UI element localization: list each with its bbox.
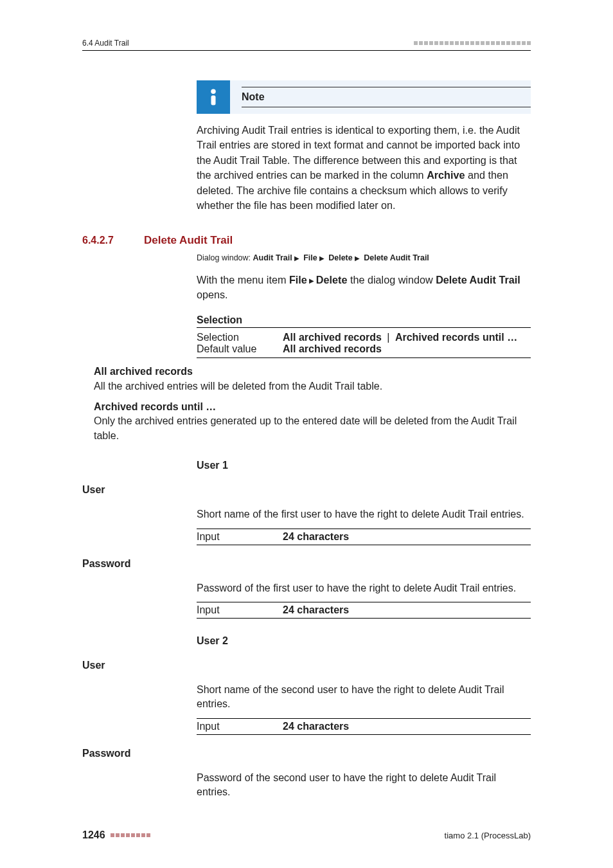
user1-user-desc: Short name of the first user to have the… — [197, 507, 531, 521]
user1-heading: User 1 — [197, 460, 531, 471]
user1-pw-label: Password — [82, 558, 531, 570]
input-val: 24 characters — [283, 531, 349, 543]
user1-user-label: User — [82, 484, 531, 496]
user1-user-input-row: Input 24 characters — [197, 529, 531, 545]
input-key: Input — [197, 721, 283, 732]
selection-key-1: Default value — [197, 343, 283, 355]
page-header: 6.4 Audit Trail — [82, 39, 531, 51]
def-term-1: Archived records until … — [94, 400, 531, 414]
input-val: 24 characters — [283, 721, 349, 732]
user2-user-input-row: Input 24 characters — [197, 718, 531, 735]
input-key: Input — [197, 604, 283, 616]
svg-rect-1 — [211, 96, 216, 105]
intro-dialog: Delete Audit Trail — [436, 274, 520, 285]
selection-opt2: Archived records until … — [395, 332, 517, 343]
user2-pw-label: Password — [82, 748, 531, 759]
input-key: Input — [197, 531, 283, 543]
intro-menu2: Delete — [316, 274, 348, 285]
info-icon — [197, 80, 230, 114]
def-desc-1: Only the archived entries generated up t… — [94, 414, 531, 443]
page-footer: 1246 tiamo 2.1 (ProcessLab) — [82, 829, 531, 841]
section-title: Delete Audit Trail — [144, 234, 233, 247]
triangle-icon: ▶ — [353, 255, 362, 262]
user1-pw-desc: Password of the first user to have the r… — [197, 581, 531, 595]
triangle-icon: ▶ — [307, 277, 316, 284]
user2-user-desc: Short name of the second user to have th… — [197, 683, 531, 712]
selection-key-0: Selection — [197, 332, 283, 343]
selection-opt1: All archived records — [283, 332, 382, 343]
selection-table: Selection All archived records | Archive… — [197, 332, 531, 358]
note-callout: Note Archiving Audit Trail entries is id… — [197, 80, 531, 216]
def-desc-0: All the archived entries will be deleted… — [94, 379, 531, 393]
user2-user-label: User — [82, 660, 531, 671]
dialog-path-part-3: Delete Audit Trail — [364, 253, 429, 262]
def-term-0: All archived records — [94, 365, 531, 379]
dialog-path-part-1: File — [303, 253, 317, 262]
table-row: Selection All archived records | Archive… — [197, 332, 531, 343]
selection-heading: Selection — [197, 314, 531, 328]
product-name: tiamo 2.1 (ProcessLab) — [445, 831, 531, 840]
selection-default: All archived records — [283, 343, 531, 355]
page-number: 1246 — [82, 829, 105, 841]
intro-paragraph: With the menu item File▶Delete the dialo… — [197, 273, 531, 302]
intro-menu1: File — [289, 274, 307, 285]
section-heading: 6.4.2.7 Delete Audit Trail — [82, 234, 531, 247]
user1-pw-input-row: Input 24 characters — [197, 602, 531, 619]
header-section-ref: 6.4 Audit Trail — [82, 39, 129, 48]
definition-block: Archived records until … Only the archiv… — [94, 400, 531, 443]
dialog-path: Dialog window: Audit Trail▶ File▶ Delete… — [197, 253, 531, 262]
note-bold: Archive — [427, 169, 465, 181]
input-val: 24 characters — [283, 604, 349, 616]
dialog-path-part-2: Delete — [328, 253, 353, 262]
dialog-path-part-0: Audit Trail — [253, 253, 292, 262]
dialog-path-prefix: Dialog window: — [197, 253, 253, 262]
user2-pw-desc: Password of the second user to have the … — [197, 771, 531, 800]
triangle-icon: ▶ — [292, 255, 301, 262]
intro-mid2: the dialog window — [350, 274, 436, 285]
table-row: Default value All archived records — [197, 343, 531, 355]
footer-ornament — [111, 833, 150, 837]
user2-heading: User 2 — [197, 635, 531, 647]
note-body: Archiving Audit Trail entries is identic… — [197, 114, 531, 216]
svg-point-0 — [211, 89, 216, 95]
triangle-icon: ▶ — [317, 255, 326, 262]
note-label: Note — [242, 87, 531, 107]
definition-block: All archived records All the archived en… — [94, 365, 531, 393]
header-ornament — [414, 41, 531, 45]
section-number: 6.4.2.7 — [82, 235, 123, 246]
intro-pre: With the menu item — [197, 274, 289, 285]
intro-post: opens. — [197, 289, 228, 300]
